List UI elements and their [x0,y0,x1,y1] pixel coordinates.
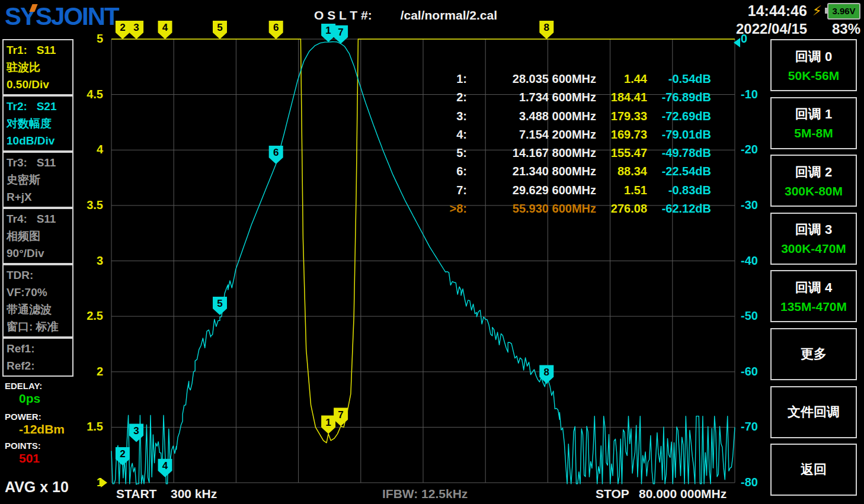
marker-pin-6[interactable]: 6 [269,146,283,164]
marker-number: >8: [433,200,467,218]
swr-ref-level-marker[interactable] [101,478,107,487]
marker-swr-value: 155.47 [596,144,647,162]
sidebar-box-line: Ref2: [7,357,69,374]
y-right-tick: -80 [741,476,782,489]
recall-0-button[interactable]: 回调 050K-56M [770,39,857,91]
y-right-tick: -70 [741,420,782,434]
charging-bolt-icon: ⚡ [812,4,822,18]
sidebar-box-line: R+jX [7,188,69,206]
db-ref-level-marker[interactable] [734,38,740,47]
y-right-tick: -60 [741,365,782,378]
marker-table-row: 1:28.035 600MHz1.44-0.54dB [433,70,711,88]
more-button[interactable]: 更多 [770,328,857,380]
y-left-tick: 4.5 [76,88,103,101]
sidebar-box-line: Tr2: S21 [7,98,69,115]
file-recall-button[interactable]: 文件回调 [770,386,857,438]
sidebar-box-tdr[interactable]: TDR:VF:70%带通滤波窗口: 标准 [2,264,73,338]
marker-pin-5[interactable]: 5 [213,21,227,39]
softkey-label: 返回 [801,461,827,479]
marker-number: 7: [433,181,467,200]
marker-pin-3[interactable]: 3 [129,21,143,39]
battery-percent: 83% [832,21,860,37]
marker-pin-7[interactable]: 7 [334,408,348,426]
points-label: POINTS: [5,441,41,451]
softkey-label: 文件回调 [788,403,840,421]
sidebar-box-line: TDR: [7,267,69,284]
marker-number: 4: [433,126,467,144]
edelay-value: 0ps [19,391,40,406]
marker-pin-4[interactable]: 4 [158,21,172,39]
y-right-tick: -40 [741,254,782,268]
sidebar-box-line: Tr1: S11 [7,41,69,59]
y-left-tick: 2.5 [76,309,103,323]
y-left-tick: 2 [76,365,103,378]
marker-pin-2[interactable]: 2 [116,447,130,466]
marker-pin-5[interactable]: 5 [213,297,227,315]
edelay-label: EDELAY: [5,381,42,391]
recall-3-button[interactable]: 回调 3300K-470M [770,213,857,265]
marker-pin-4[interactable]: 4 [158,459,172,477]
marker-frequency: 7.154 200MHz [467,126,596,144]
marker-pin-number: 5 [217,22,222,33]
marker-pin-number: 2 [120,448,125,460]
marker-number: 1: [433,70,467,88]
marker-table: 1:28.035 600MHz1.44-0.54dB2:1.734 600MHz… [433,70,711,218]
screen: SYSJOINT O S L T #: /cal/normal/2.cal 14… [0,0,864,504]
marker-table-row: 4:7.154 200MHz169.73-79.01dB [433,126,711,144]
marker-db-value: -49.78dB [647,144,711,162]
battery-icon: 3.96V [827,3,860,20]
marker-table-row: 3:3.488 000MHz179.33-72.69dB [433,107,711,126]
marker-db-value: -0.54dB [647,70,711,88]
ifbw-value: IFBW: 12.5kHz [382,487,468,501]
recall-4-button[interactable]: 回调 4135M-470M [770,270,857,322]
softkey-range: 300K-80M [785,184,843,198]
sidebar-box-trace4-phase[interactable]: Tr4: S11相频图90°/Div [2,208,73,264]
marker-swr-value: 88.34 [596,162,647,181]
marker-pin-3[interactable]: 3 [129,424,143,442]
softkey-range: 5M-8M [794,126,833,140]
marker-pin-number: 3 [133,22,139,33]
start-value: 300 kHz [171,487,217,501]
recall-2-button[interactable]: 回调 2300K-80M [770,155,857,207]
marker-pin-1[interactable]: 1 [321,416,335,434]
marker-swr-value: 1.44 [596,70,647,88]
recall-1-button[interactable]: 回调 15M-8M [770,97,857,149]
marker-table-row: 2:1.734 600MHz184.41-76.89dB [433,88,711,107]
marker-pin-number: 7 [338,409,343,420]
sidebar-box-trace3-smith[interactable]: Tr3: S11史密斯R+jX [2,152,73,208]
marker-pin-8[interactable]: 8 [539,21,553,39]
power-label: POWER: [5,412,41,422]
sidebar-box-line: Tr4: S11 [7,210,69,227]
marker-pin-7[interactable]: 7 [334,25,348,44]
sidebar-box-trace1-swr[interactable]: Tr1: S11驻波比0.50/Div [2,39,73,95]
marker-frequency: 1.734 600MHz [467,88,596,107]
marker-table-row: 7:29.629 600MHz1.51-0.83dB [433,181,711,200]
sidebar-box-line: Tr3: S11 [7,154,69,171]
marker-pin-8[interactable]: 8 [539,365,553,384]
y-left-tick: 3 [76,254,103,268]
marker-pin-6[interactable]: 6 [269,21,283,39]
marker-number: 3: [433,107,467,126]
marker-db-value: -22.54dB [647,162,711,181]
softkey-label: 回调 0 [795,48,832,66]
marker-table-row: 6:21.340 800MHz88.34-22.54dB [433,162,711,181]
start-label: START [116,487,156,501]
marker-frequency: 29.629 600MHz [467,181,596,200]
marker-pin-number: 6 [273,147,279,158]
marker-table-row: 5:14.167 800MHz155.47-49.78dB [433,144,711,162]
back-button[interactable]: 返回 [770,444,857,496]
y-right-tick: 0 [741,32,782,46]
averaging-indicator: AVG x 10 [5,479,69,496]
marker-number: 2: [433,88,467,107]
marker-pin-number: 3 [133,425,139,436]
softkey-label: 回调 3 [795,221,832,239]
sidebar-box-line: 10dB/Div [7,132,69,149]
sidebar-box-line: 90°/Div [7,245,69,262]
marker-db-value: -76.89dB [647,88,711,107]
sidebar-box-trace2-logmag[interactable]: Tr2: S21对数幅度10dB/Div [2,95,73,152]
softkey-range: 135M-470M [780,300,847,314]
sidebar-box-refs[interactable]: Ref1:Ref2: [2,338,73,377]
softkey-range: 50K-56M [788,69,839,83]
marker-pin-2[interactable]: 2 [116,21,130,39]
marker-swr-value: 184.41 [596,88,647,107]
